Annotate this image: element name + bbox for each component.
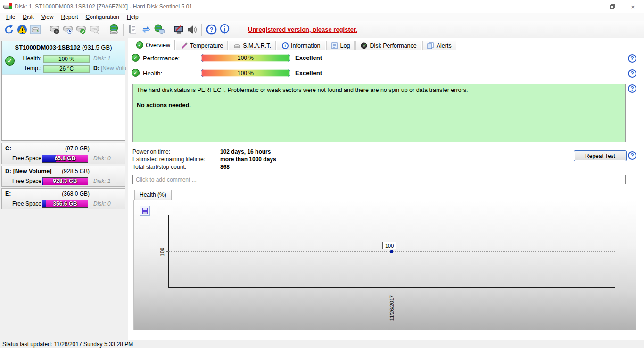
toolbar-separator [169, 24, 169, 36]
tab-alerts[interactable]: Alerts [422, 41, 456, 50]
temp-label: Temp.: [16, 65, 41, 72]
y-axis-tick-label: 100 [159, 243, 165, 260]
health-row: ✓ Health: 100 % Excellent [128, 69, 644, 78]
repeat-test-button[interactable]: Repeat Test [574, 150, 627, 161]
free-space-bar: 928.3 GB [42, 177, 88, 185]
status-last-updated: Status last updated: 11/26/2017 Sunday 5… [2, 341, 133, 348]
disk-size: (931.5 GB) [82, 44, 112, 51]
disk-health-icon[interactable] [74, 23, 88, 36]
unregistered-link[interactable]: Unregistered version, please register. [248, 26, 357, 33]
menu-view[interactable]: View [38, 13, 58, 21]
floppy-icon [142, 208, 148, 214]
title-bar: Disk: 1, ST1000DM003-1SB102 [Z9A6F7NX] -… [0, 0, 644, 13]
help-icon[interactable]: ? [205, 23, 218, 36]
restore-button[interactable] [601, 0, 622, 13]
tab-overview[interactable]: ✓ Overview [132, 40, 175, 50]
tab-disk-performance[interactable]: Disk Performance [355, 41, 421, 50]
log-icon [331, 42, 338, 49]
main-content: ✓ Overview Temperature S.M.A.R.T. i Info… [128, 38, 644, 340]
refresh-icon[interactable] [2, 23, 16, 36]
alert-icon[interactable] [16, 23, 29, 36]
minimize-button[interactable] [580, 0, 601, 13]
network-icon[interactable] [153, 23, 166, 36]
disk-title: ST1000DM003-1SB102 (931.5 GB) [2, 41, 125, 51]
disk-list-item-selected[interactable]: ST1000DM003-1SB102 (931.5 GB) ✓ Health: … [2, 41, 125, 75]
health-label: Health: [16, 55, 41, 62]
tab-log[interactable]: Log [326, 41, 355, 50]
disk-acoustic-icon[interactable] [48, 23, 61, 36]
disk-search-icon[interactable] [88, 23, 101, 36]
stat-start-stop-count: Total start/stop count: 868 [132, 164, 462, 171]
disk-number: Disk: 1 [93, 55, 111, 62]
health-ok-icon: ✓ [132, 69, 140, 77]
performance-ok-icon: ✓ [132, 54, 140, 62]
gauge-icon [360, 42, 367, 49]
smart-disk-icon [233, 42, 240, 49]
close-button[interactable]: × [622, 0, 644, 13]
toolbar-separator [123, 24, 124, 36]
toolbar-separator [104, 24, 104, 36]
temp-bar: 26 °C [43, 65, 90, 73]
performance-bar: 100 % [201, 54, 290, 62]
menu-report[interactable]: Report [58, 13, 82, 21]
www-disk-icon[interactable] [107, 23, 120, 36]
menu-disk[interactable]: Disk [19, 13, 37, 21]
disk-temperature-icon[interactable] [61, 23, 74, 36]
info-icon[interactable]: i [218, 23, 231, 36]
svg-text:i: i [223, 25, 225, 32]
status-text-box: The hard disk status is PERFECT. Problem… [132, 84, 626, 142]
free-space-bar: 356.6 GB [42, 200, 88, 208]
disk-list: ST1000DM003-1SB102 (931.5 GB) ✓ Health: … [1, 41, 125, 141]
stat-power-on-time: Power on time: 102 days, 16 hours [132, 149, 462, 156]
health-label: Health: [143, 70, 162, 77]
overview-check-icon: ✓ [136, 41, 143, 49]
menu-help[interactable]: Help [123, 13, 142, 21]
menu-file[interactable]: File [2, 13, 19, 21]
performance-label: Performance: [143, 55, 180, 62]
tab-information[interactable]: i Information [277, 41, 325, 50]
health-data-point [390, 250, 393, 253]
minimize-icon [588, 7, 593, 7]
stat-remaining-lifetime: Estimated remaining lifetime: more than … [132, 156, 462, 164]
status-text: The hard disk status is PERFECT. Problem… [137, 86, 621, 94]
tab-smart[interactable]: S.M.A.R.T. [229, 41, 276, 50]
data-point-label: 100 [382, 242, 396, 249]
comment-input[interactable] [132, 175, 626, 184]
save-chart-button[interactable] [140, 206, 150, 216]
sidebar: ST1000DM003-1SB102 (931.5 GB) ✓ Health: … [0, 38, 127, 340]
svg-text:?: ? [209, 26, 213, 33]
help-performance-icon[interactable]: ? [628, 54, 636, 63]
information-icon: i [281, 42, 289, 49]
app-icon [3, 3, 12, 10]
sound-icon[interactable] [185, 23, 198, 36]
pages-icon [427, 42, 434, 49]
health-bar: 100 % [201, 69, 290, 77]
settings-icon[interactable] [172, 23, 185, 36]
thermometer-icon [181, 42, 188, 49]
vertical-gridline [392, 215, 392, 291]
performance-row: ✓ Performance: 100 % Excellent [128, 54, 644, 63]
health-rating: Excellent [295, 69, 322, 76]
window-title: Disk: 1, ST1000DM003-1SB102 [Z9A6F7NX] -… [15, 3, 192, 10]
help-status-icon[interactable]: ? [628, 84, 636, 93]
toolbar-separator [201, 24, 202, 36]
menu-configuration[interactable]: Configuration [82, 13, 123, 21]
menu-bar: File Disk View Report Configuration Help [0, 13, 644, 21]
sync-icon[interactable] [140, 23, 153, 36]
report-icon[interactable] [126, 23, 140, 36]
toolbar-separator [45, 24, 45, 36]
health-bar: 100 % [43, 55, 90, 63]
partition-item-d[interactable]: D: [New Volume] (928.5 GB) Free Space 92… [1, 166, 125, 187]
performance-rating: Excellent [295, 54, 322, 61]
partition-item-c[interactable]: C: (97.0 GB) Free Space 65.8 GB Disk: 0 [1, 143, 125, 164]
tab-strip: ✓ Overview Temperature S.M.A.R.T. i Info… [131, 39, 456, 50]
help-health-icon[interactable]: ? [628, 69, 636, 78]
status-action: No actions needed. [137, 101, 621, 109]
chart-tab-health[interactable]: Health (%) [134, 190, 172, 200]
x-axis-date-label: 11/26/2017 [389, 291, 395, 324]
health-chart-plot: 100 100 11/26/2017 [168, 215, 615, 288]
help-test-icon[interactable]: ? [628, 151, 636, 160]
partition-item-e[interactable]: E: (368.0 GB) Free Space 356.6 GB Disk: … [1, 188, 125, 209]
tab-temperature[interactable]: Temperature [176, 41, 228, 50]
disk-icon[interactable] [29, 23, 42, 36]
